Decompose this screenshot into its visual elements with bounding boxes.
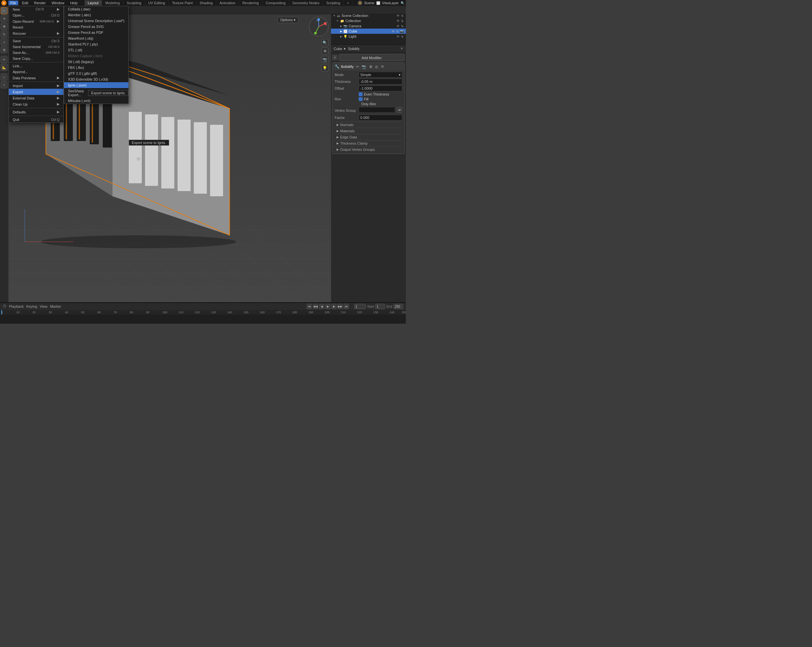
file-menu-quit[interactable]: QuitCtrl Q [9,117,63,122]
export-collada[interactable]: Collada (.dae) [64,6,128,12]
export-wavefront[interactable]: Wavefront (.obj) [64,35,128,41]
file-menu-data-previews[interactable]: Data Previews▶ [9,75,63,81]
menu-file[interactable]: File [8,1,18,5]
tool-move[interactable]: ✥ [1,23,8,30]
offset-value[interactable]: -1.0000 [359,85,402,91]
file-menu-export[interactable]: Export▶ [9,89,63,95]
end-frame-input[interactable] [394,304,403,309]
vertex-group-input[interactable] [359,107,395,113]
viewport-options-btn[interactable]: Options ▾ [278,17,299,23]
timeline-editor-icon[interactable]: ⏱ [3,304,6,309]
export-ignis[interactable]: Ignis (.json) [64,82,128,88]
export-alembic[interactable]: Alembic (.abc) [64,12,128,18]
viewport-move-icon[interactable]: ✥ [321,47,328,55]
viewport-light-icon[interactable]: 💡 [321,64,328,72]
export-x3d[interactable]: X3D Extensible 3D (.x3d) [64,76,128,82]
file-menu-defaults[interactable]: Defaults▶ [9,109,63,115]
fill-checkbox[interactable] [359,97,363,101]
file-menu-save-as[interactable]: Save As...Shift Ctrl S [9,50,63,56]
file-menu-import[interactable]: Import▶ [9,82,63,89]
blender-logo[interactable]: B [1,0,6,6]
export-grease-pdf[interactable]: Grease Pencil as PDF [64,30,128,35]
normals-header[interactable]: ▶ Normals [334,122,402,128]
outliner-item-collection[interactable]: ▼ 📁 Collection 👁 🖱 [331,18,406,23]
tab-sculpting[interactable]: Sculpting [123,0,145,6]
file-menu-revert[interactable]: Revert [9,24,63,30]
timeline-track-area[interactable] [0,315,406,324]
view-layer-name[interactable]: ViewLayer [382,1,399,5]
add-modifier-btn[interactable]: Add Modifier [339,54,404,61]
tab-shading[interactable]: Shading [197,0,216,6]
thickness-value[interactable]: -0.05 m [359,79,402,84]
file-menu-open-recent[interactable]: Open RecentShift Ctrl O▶ [9,18,63,24]
tab-rendering[interactable]: Rendering [239,0,263,6]
tool-cursor[interactable]: ✛ [1,15,8,22]
export-fbx[interactable]: FBX (.fbx) [64,65,128,70]
tab-layout[interactable]: Layout [84,0,102,6]
tab-geometry-nodes[interactable]: Geometry Nodes [289,0,323,6]
tool-scale[interactable]: ⤢ [1,38,8,46]
viewport-zoom-icon[interactable]: 🔍 [321,39,328,46]
tab-scripting[interactable]: Scripting [323,0,344,6]
export-seesharp[interactable]: SeeSharp Export... [64,88,88,98]
navigation-gizmo[interactable]: Z X Y [309,17,328,37]
tool-select[interactable]: ↖ [1,7,8,14]
tab-add[interactable]: + [344,0,353,6]
thickness-clamp-header[interactable]: ▶ Thickness Clamp [334,140,402,146]
outliner-item-camera[interactable]: ▶ 📷 Camera 👁 🖱 [331,23,406,29]
file-menu-external-data[interactable]: External Data▶ [9,95,63,101]
tab-modeling[interactable]: Modeling [102,0,124,6]
add-modifier-plus-btn[interactable]: + [332,55,337,60]
export-stl[interactable]: STL (.stl) [64,47,128,53]
tl-jump-end-btn[interactable]: ⏭ [344,304,349,309]
export-stl-legacy[interactable]: Stl (.stl) (legacy) [64,59,128,65]
vertex-group-swap-btn[interactable]: ⇄ [397,107,402,113]
export-stanford-ply[interactable]: Stanford PLY (.ply) [64,41,128,47]
materials-header[interactable]: ▶ Materials [334,128,402,134]
view-menu[interactable]: View [40,304,47,308]
tl-jump-start-btn[interactable]: ⏮ [307,304,312,309]
export-gltf[interactable]: glTF 2.0 (.glb/.gltf) [64,70,128,76]
tl-play-btn[interactable]: ▶ [325,304,330,309]
file-menu-save-copy[interactable]: Save Copy... [9,56,63,61]
solidify-camera-render-icon[interactable]: 📷 [361,64,367,69]
file-menu-open[interactable]: Open...Ctrl O [9,12,63,18]
tab-compositing[interactable]: Compositing [263,0,289,6]
tl-prev-frame-btn[interactable]: ◀ [319,304,324,309]
tab-texture-paint[interactable]: Texture Paint [169,0,197,6]
outliner-item-light[interactable]: ▶ 💡 Light 👁 🖱 [331,34,406,39]
tool-annotate[interactable]: ✏ [1,56,8,63]
output-vertex-groups-header[interactable]: ▶ Output Vertex Groups [334,146,402,152]
file-menu-append[interactable]: Append... [9,69,63,75]
tl-prev-keyframe-btn[interactable]: ◀◀ [313,304,318,309]
tool-add-cube[interactable]: □ [1,73,8,81]
file-menu-recover[interactable]: Recover▶ [9,30,63,37]
menu-window[interactable]: Window [50,1,66,5]
solidify-render-icon[interactable]: ◎ [374,64,379,69]
menu-edit[interactable]: Edit [20,1,30,5]
export-mitsuba[interactable]: Mitsuba (.xml) [64,98,128,104]
scene-name[interactable]: Scene [364,1,374,5]
props-close-icon[interactable]: ✕ [400,46,403,51]
solidify-realtime-icon[interactable]: 🖥 [368,64,373,69]
file-menu-save-incremental[interactable]: Save IncrementalCtrl Alt S [9,44,63,50]
menu-help[interactable]: Help [68,1,80,5]
file-menu-clean-up[interactable]: Clean Up▶ [9,101,63,107]
tab-uv-editing[interactable]: UV Editing [145,0,169,6]
file-menu-new[interactable]: NewCtrl N▶ [9,6,63,12]
current-frame-input[interactable] [354,304,366,309]
file-menu-save[interactable]: SaveCtrl S [9,38,63,44]
tool-transform[interactable]: ⊞ [1,46,8,53]
edge-data-header[interactable]: ▶ Edge Data [334,134,402,140]
timeline-body[interactable]: 1 10 20 30 40 50 60 70 80 90 100 110 120… [0,310,406,324]
tool-measure[interactable]: 📐 [1,64,8,71]
solidify-close-btn[interactable]: ✕ [380,64,385,69]
marker-menu[interactable]: Marker [50,304,61,308]
start-frame-input[interactable] [375,304,385,309]
outliner-item-cube[interactable]: ▶ ⬜ Cube 👁 🖱 📷 [331,29,406,34]
export-usd[interactable]: Universal Scene Description (.usd*) [64,18,128,24]
menu-render[interactable]: Render [32,1,48,5]
mode-value-dropdown[interactable]: Simple▾ [359,72,402,78]
tab-animation[interactable]: Animation [216,0,239,6]
export-grease-svg[interactable]: Grease Pencil as SVG [64,24,128,30]
